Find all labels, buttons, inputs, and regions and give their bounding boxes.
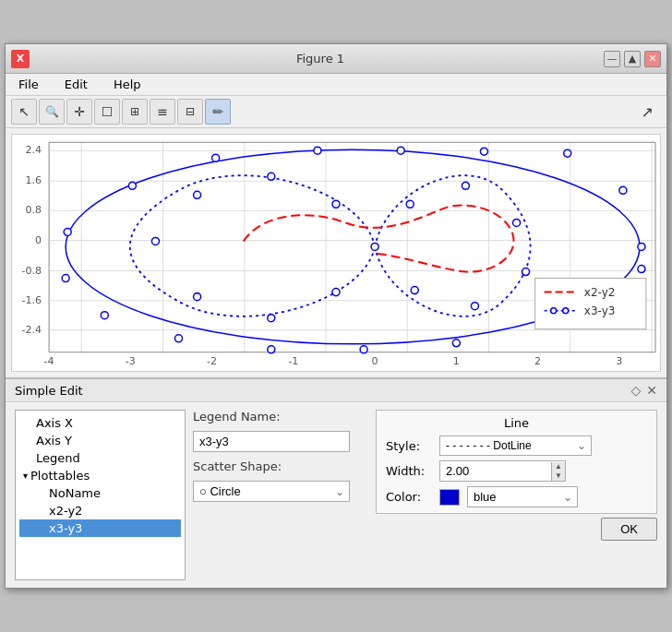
crosshair-tool-button[interactable]: ✛ — [66, 99, 92, 125]
svg-point-48 — [471, 303, 478, 310]
svg-point-56 — [212, 154, 220, 161]
svg-text:3: 3 — [616, 355, 622, 367]
svg-point-53 — [480, 148, 487, 155]
scatter-shape-wrapper: ○ Circle □ Square △ Triangle ◇ Diamond N… — [193, 481, 350, 502]
svg-text:-1.6: -1.6 — [22, 294, 42, 306]
legend-name-input-row — [193, 431, 368, 452]
tree-item-axis-y[interactable]: Axis Y — [19, 432, 181, 449]
panel-header-icons: ◇ ✕ — [630, 383, 657, 398]
width-up-button[interactable]: ▲ — [552, 462, 565, 471]
svg-text:1.6: 1.6 — [26, 174, 42, 186]
svg-text:-2.4: -2.4 — [22, 324, 42, 336]
svg-point-39 — [194, 191, 201, 198]
svg-text:-0.8: -0.8 — [22, 265, 42, 277]
maximize-button[interactable]: ▲ — [624, 51, 641, 67]
axis-y-label: Axis Y — [36, 434, 72, 447]
width-spinners: ▲ ▼ — [551, 462, 565, 481]
svg-text:0: 0 — [372, 355, 378, 367]
scatter-shape-row: Scatter Shape: — [193, 459, 368, 473]
color-swatch[interactable] — [439, 489, 460, 506]
main-window: X Figure 1 — ▲ ✕ File Edit Help ↖ 🔍 ✛ ☐ … — [5, 43, 667, 589]
svg-text:0.8: 0.8 — [26, 204, 42, 216]
tree-item-noname[interactable]: NoName — [19, 484, 181, 502]
color-label: Color: — [386, 490, 432, 504]
tree-item-x2y2[interactable]: x2-y2 — [19, 502, 181, 519]
menu-edit[interactable]: Edit — [57, 76, 95, 93]
svg-point-41 — [194, 293, 201, 301]
properties-right: Line Style: - - - - - - - DotLine ———— S… — [376, 410, 657, 580]
svg-point-43 — [332, 289, 340, 296]
menu-file[interactable]: File — [11, 76, 46, 93]
svg-text:0: 0 — [35, 234, 42, 246]
grid-tool-button[interactable]: ⊞ — [122, 99, 148, 125]
svg-point-54 — [397, 147, 404, 154]
menu-help[interactable]: Help — [106, 76, 149, 93]
svg-text:-2: -2 — [207, 355, 217, 367]
cursor-tool-button[interactable]: ↖ — [11, 99, 37, 125]
svg-text:1: 1 — [453, 355, 460, 367]
width-input[interactable] — [440, 461, 551, 481]
width-down-button[interactable]: ▼ — [552, 471, 565, 481]
scatter-shape-select[interactable]: ○ Circle □ Square △ Triangle ◇ Diamond N… — [193, 481, 350, 502]
window-controls: — ▲ ✕ — [604, 51, 661, 67]
panel-content: Axis X Axis Y Legend ▾ Plottables — [6, 402, 666, 588]
svg-point-62 — [268, 346, 275, 353]
svg-point-60 — [101, 312, 108, 319]
bar-icon: ⊟ — [186, 105, 195, 118]
svg-point-46 — [513, 219, 521, 226]
svg-point-51 — [619, 186, 627, 194]
cursor-icon: ↖ — [18, 104, 30, 119]
width-input-wrapper: ▲ ▼ — [439, 460, 566, 482]
tree-item-legend[interactable]: Legend — [19, 449, 181, 467]
simple-edit-panel: Simple Edit ◇ ✕ Axis X Axis Y — [6, 377, 666, 588]
menu-bar: File Edit Help — [6, 74, 666, 96]
axis-x-label: Axis X — [36, 416, 73, 430]
bar-tool-button[interactable]: ⊟ — [177, 99, 203, 125]
plottables-label: Plottables — [30, 469, 90, 483]
svg-point-47 — [522, 268, 530, 276]
rect-tool-button[interactable]: ☐ — [94, 99, 120, 125]
style-select-wrapper: - - - - - - - DotLine ———— SolidLine - -… — [439, 435, 592, 456]
tree-item-axis-x[interactable]: Axis X — [19, 414, 181, 432]
plottables-arrow: ▾ — [23, 471, 28, 481]
tree-item-x3y3[interactable]: x3-y3 — [19, 519, 181, 537]
edit-tool-button[interactable]: ✏ — [205, 99, 231, 125]
tree-panel: Axis X Axis Y Legend ▾ Plottables — [15, 410, 186, 580]
svg-point-42 — [268, 315, 275, 322]
mouse-cursor-icon: ↗ — [642, 103, 654, 121]
edit-icon: ✏ — [212, 104, 223, 119]
svg-text:-1: -1 — [288, 355, 298, 367]
svg-point-72 — [551, 308, 557, 314]
style-select[interactable]: - - - - - - - DotLine ———— SolidLine - -… — [439, 435, 592, 456]
line-section-title: Line — [386, 416, 647, 430]
style-label: Style: — [386, 439, 432, 453]
ok-button[interactable]: OK — [601, 518, 657, 541]
svg-point-55 — [314, 147, 321, 154]
x2y2-label: x2-y2 — [49, 504, 82, 518]
tree-item-plottables[interactable]: ▾ Plottables — [19, 467, 181, 484]
svg-point-38 — [268, 173, 275, 180]
close-button[interactable]: ✕ — [644, 51, 661, 67]
crosshair-icon: ✛ — [74, 104, 85, 119]
panel-close-icon[interactable]: ✕ — [646, 383, 657, 398]
noname-label: NoName — [49, 486, 101, 500]
svg-point-63 — [360, 346, 367, 353]
legend-label: Legend — [36, 451, 80, 465]
zoom-tool-button[interactable]: 🔍 — [39, 99, 65, 125]
width-label: Width: — [386, 464, 432, 478]
minimize-button[interactable]: — — [604, 51, 620, 67]
properties-left: Legend Name: Scatter Shape: ○ Circle □ S… — [193, 410, 368, 580]
color-select[interactable]: blue red green black white yellow cyan m… — [467, 486, 578, 507]
svg-text:x3-y3: x3-y3 — [584, 304, 616, 317]
legend-name-input[interactable] — [193, 431, 350, 452]
plot-area: 2.4 1.6 0.8 0 -0.8 -1.6 -2.4 -4 -3 -2 -1… — [11, 134, 661, 372]
diamond-icon[interactable]: ◇ — [630, 383, 641, 398]
list-icon: ≡ — [157, 104, 168, 119]
panel-header: Simple Edit ◇ ✕ — [6, 379, 666, 402]
svg-point-45 — [462, 182, 469, 189]
svg-text:x2-y2: x2-y2 — [584, 286, 616, 299]
svg-text:2.4: 2.4 — [26, 144, 42, 156]
scatter-shape-select-row: ○ Circle □ Square △ Triangle ◇ Diamond N… — [193, 481, 368, 502]
svg-text:-3: -3 — [126, 355, 136, 367]
list-tool-button[interactable]: ≡ — [150, 99, 175, 125]
